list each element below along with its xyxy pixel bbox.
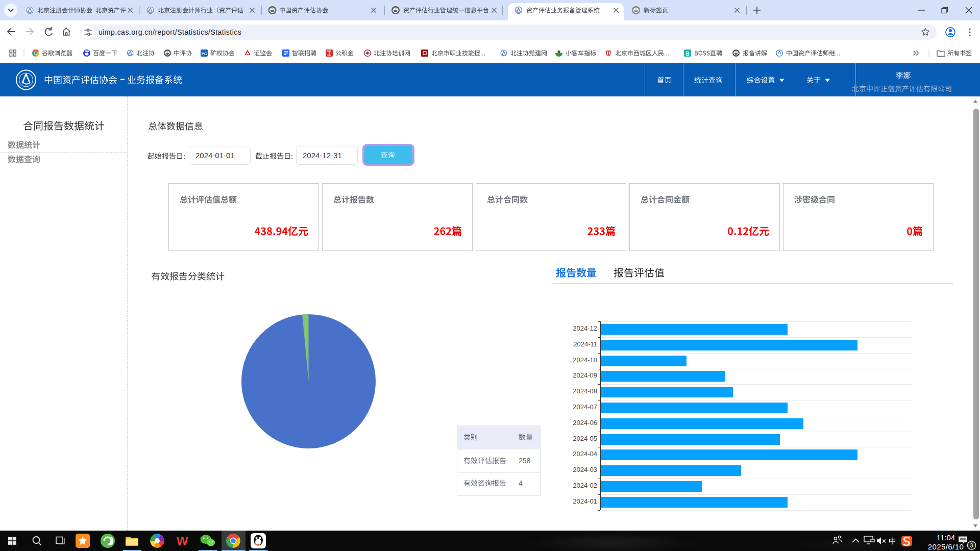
- svg-text:B: B: [685, 51, 689, 57]
- svg-text:PC: PC: [202, 52, 207, 56]
- svg-text:W: W: [177, 534, 188, 548]
- svg-text:3: 3: [970, 542, 973, 548]
